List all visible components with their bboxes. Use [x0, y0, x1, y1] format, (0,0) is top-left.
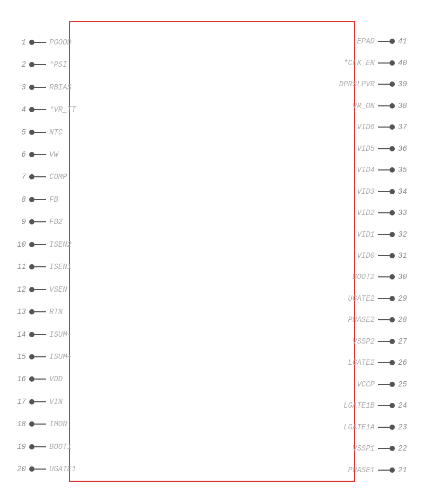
pins-container: 1 PGOOD 2 *PSI 3 RBIAS 4 *VR_TT 5 NTC 6: [0, 21, 424, 482]
pin-label-40: *CLK_EN: [343, 59, 378, 67]
pin-number-26: 26: [395, 358, 424, 367]
pin-line-16: [34, 379, 46, 380]
pin-line-7: [34, 176, 46, 177]
pin-line-29: [378, 298, 390, 299]
pin-line-26: [378, 362, 390, 363]
pin-line-20: [34, 469, 46, 470]
left-pin-1: 1 PGOOD: [0, 38, 72, 47]
pin-line-40: [378, 62, 390, 64]
pin-label-14: ISUM-: [46, 330, 72, 339]
pin-label-24: LGATE1B: [343, 401, 378, 410]
pin-dot-23: [390, 425, 395, 430]
pin-label-35: VID4: [357, 166, 378, 174]
pin-number-2: 2: [0, 60, 29, 69]
pin-dot-9: [29, 219, 34, 224]
pin-number-24: 24: [395, 401, 424, 410]
pin-label-20: UGATE1: [46, 465, 76, 473]
pin-line-31: [378, 255, 390, 256]
pin-number-31: 31: [395, 251, 424, 260]
pin-dot-14: [29, 332, 34, 337]
pin-number-25: 25: [395, 380, 424, 389]
left-pin-16: 16 VDD: [0, 375, 63, 383]
pin-number-17: 17: [0, 398, 29, 406]
pin-dot-32: [390, 232, 395, 237]
pin-number-5: 5: [0, 128, 29, 137]
right-pin-26: 26 LGATE2: [348, 358, 424, 367]
pin-dot-26: [390, 360, 395, 365]
left-pin-2: 2 *PSI: [0, 60, 67, 69]
pin-number-36: 36: [395, 145, 424, 153]
pin-line-36: [378, 148, 390, 149]
pin-dot-36: [390, 146, 395, 151]
pin-number-9: 9: [0, 218, 29, 226]
left-pin-20: 20 UGATE1: [0, 465, 76, 473]
pin-dot-17: [29, 399, 34, 404]
pin-dot-41: [390, 39, 395, 44]
pin-number-23: 23: [395, 423, 424, 431]
pin-line-27: [378, 341, 390, 342]
pin-line-11: [34, 266, 46, 267]
pin-line-35: [378, 169, 390, 170]
pin-number-1: 1: [0, 38, 29, 47]
pin-label-11: ISEN1: [46, 263, 72, 271]
right-pin-33: 33 VID2: [357, 209, 424, 217]
pin-label-4: *VR_TT: [46, 105, 76, 114]
left-pin-13: 13 RTN: [0, 308, 63, 316]
pin-number-27: 27: [395, 337, 424, 346]
right-pin-21: 21 PHASE1: [348, 466, 424, 474]
pin-label-21: PHASE1: [348, 466, 378, 474]
pin-line-41: [378, 41, 390, 42]
pin-number-3: 3: [0, 83, 29, 92]
pin-number-38: 38: [395, 102, 424, 110]
pin-number-34: 34: [395, 187, 424, 196]
pin-number-37: 37: [395, 123, 424, 131]
pin-label-7: COMP: [46, 173, 67, 181]
pin-line-10: [34, 244, 46, 245]
pin-dot-24: [390, 403, 395, 408]
pin-dot-11: [29, 264, 34, 269]
pin-label-9: FB2: [46, 218, 63, 226]
pin-number-20: 20: [0, 465, 29, 473]
pin-label-19: BOOT1: [46, 443, 72, 451]
pin-dot-31: [390, 253, 395, 258]
pin-label-12: VSEN: [46, 285, 67, 294]
left-pin-19: 19 BOOT1: [0, 443, 72, 451]
pin-number-14: 14: [0, 330, 29, 339]
pin-dot-20: [29, 466, 34, 472]
pin-label-2: *PSI: [46, 60, 67, 69]
pin-number-35: 35: [395, 166, 424, 174]
pin-line-33: [378, 212, 390, 213]
pin-label-15: ISUM+: [46, 353, 72, 361]
pin-dot-30: [390, 274, 395, 280]
pin-line-13: [34, 311, 46, 312]
pin-label-27: VSSP2: [352, 337, 378, 346]
pin-line-12: [34, 289, 46, 290]
left-pin-12: 12 VSEN: [0, 285, 67, 294]
right-pin-34: 34 VID3: [357, 187, 424, 196]
pin-dot-15: [29, 354, 34, 359]
pin-label-8: FB: [46, 195, 58, 204]
pin-dot-4: [29, 107, 34, 112]
pin-number-41: 41: [395, 37, 424, 46]
pin-dot-2: [29, 62, 34, 67]
pin-number-18: 18: [0, 420, 29, 428]
pin-line-38: [378, 105, 390, 106]
pin-label-22: VSSP1: [352, 444, 378, 453]
pin-dot-33: [390, 210, 395, 215]
pin-number-8: 8: [0, 195, 29, 204]
pin-dot-28: [390, 317, 395, 322]
pin-number-39: 39: [395, 80, 424, 88]
left-pin-17: 17 VIN: [0, 398, 63, 406]
right-pin-27: 27 VSSP2: [352, 337, 424, 346]
pin-label-5: NTC: [46, 128, 63, 137]
pin-dot-21: [390, 467, 395, 473]
pin-line-2: [34, 64, 46, 65]
pin-line-19: [34, 446, 46, 447]
left-pin-10: 10 ISEN2: [0, 240, 72, 249]
pin-label-13: RTN: [46, 308, 63, 316]
pin-line-30: [378, 276, 390, 277]
pin-label-16: VDD: [46, 375, 63, 383]
pin-number-12: 12: [0, 285, 29, 294]
right-pin-31: 31 VID0: [357, 251, 424, 260]
pin-label-37: VID6: [357, 123, 378, 131]
